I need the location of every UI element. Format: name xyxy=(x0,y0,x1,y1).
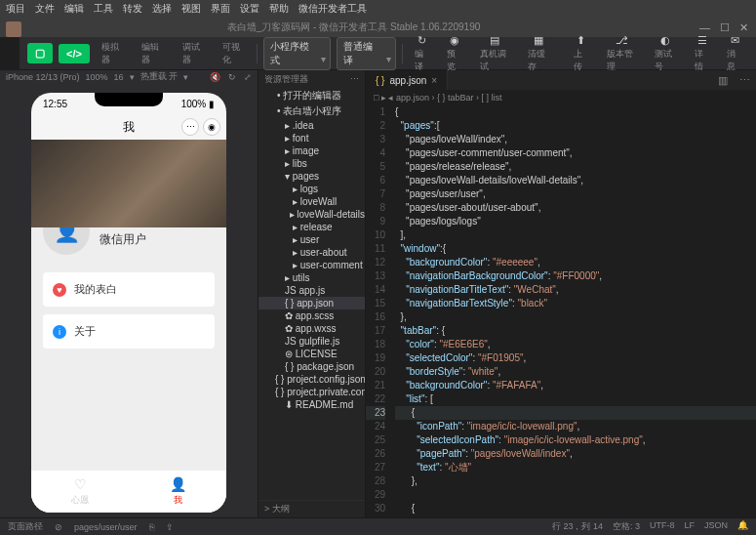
menu-project[interactable]: 项目 xyxy=(6,2,25,16)
folder-user-comment[interactable]: ▸ user-comment xyxy=(259,259,365,271)
sim-mute-icon[interactable]: 🔇 xyxy=(210,72,220,82)
sim-detach-icon[interactable]: ⤢ xyxy=(244,72,252,82)
msg-button[interactable]: ✉消息 xyxy=(721,31,748,76)
visualize-button[interactable]: 可视化 xyxy=(217,38,251,69)
status-prefix: 页面路径 xyxy=(8,520,43,533)
folder-lovewall[interactable]: ▸ loveWall xyxy=(259,195,365,208)
phone-battery: 100% ▮ xyxy=(181,99,215,109)
status-path[interactable]: pages/user/user xyxy=(74,522,138,532)
titlebar: 表白墙_刀客源码网 - 微信开发者工具 Stable 1.06.2209190 … xyxy=(0,18,756,37)
hotreload-toggle[interactable]: 热重载 开 xyxy=(140,70,179,83)
username: 微信用户 xyxy=(99,231,146,248)
menu-help[interactable]: 帮助 xyxy=(269,2,289,16)
folder-image[interactable]: ▸ image xyxy=(259,144,365,157)
my-confession-item[interactable]: ♥我的表白 xyxy=(43,272,215,307)
explorer-more-icon[interactable]: ⋯ xyxy=(350,74,359,84)
status-lang[interactable]: JSON xyxy=(704,520,728,533)
editor-label[interactable]: 编辑器 xyxy=(136,38,170,69)
phone-time: 12:55 xyxy=(43,99,67,109)
simulator-label[interactable]: 模拟器 xyxy=(96,38,130,69)
code-editor[interactable]: 1234567891011121314151617181920212223242… xyxy=(366,105,756,517)
preview-button[interactable]: ◉预览 xyxy=(441,31,468,76)
file-package-json[interactable]: { } package.json xyxy=(259,360,365,373)
split-icon[interactable]: ▥ xyxy=(712,74,734,87)
device-select[interactable]: iPhone 12/13 (Pro) xyxy=(6,72,80,82)
status-share-icon[interactable]: ⇪ xyxy=(166,522,174,532)
mode-select[interactable]: 小程序模式 xyxy=(263,37,331,70)
capsule-menu-icon[interactable]: ⋯ xyxy=(181,118,199,136)
phone-simulator[interactable]: 12:55100% ▮ 我 ⋯◉ 👤 微信用户 ♥我的表白 i关于 xyxy=(31,93,226,513)
explorer-panel: 资源管理器⋯ • 打开的编辑器• 表白墙小程序▸ .idea▸ font▸ im… xyxy=(259,70,366,517)
tab-me[interactable]: 👤我 xyxy=(129,471,226,513)
test-button[interactable]: ◐测试号 xyxy=(649,31,683,76)
window-title: 表白墙_刀客源码网 - 微信开发者工具 Stable 1.06.2209190 xyxy=(8,21,699,34)
folder-libs[interactable]: ▸ libs xyxy=(259,157,365,170)
editor-button[interactable]: </> xyxy=(59,44,90,63)
capsule-close-icon[interactable]: ◉ xyxy=(203,118,220,136)
file-app-json[interactable]: { } app.json xyxy=(259,297,365,309)
folder-pages[interactable]: ▾ pages xyxy=(259,170,365,183)
toolbar: ▢ </> 模拟器 编辑器 调试器 可视化 小程序模式 普通编译 ↻编译 ◉预览… xyxy=(20,37,756,70)
folder-release[interactable]: ▸ release xyxy=(259,221,365,233)
folder-lovewall-details[interactable]: ▸ loveWall-details xyxy=(259,208,365,221)
menu-tools[interactable]: 工具 xyxy=(94,2,113,16)
debugger-button[interactable]: 调试器 xyxy=(177,38,211,69)
editor-more-icon[interactable]: ⋯ xyxy=(734,74,756,87)
file-app-js[interactable]: JS app.js xyxy=(259,284,365,297)
about-item[interactable]: i关于 xyxy=(43,314,215,349)
file-project-private[interactable]: { } project.private.config.js... xyxy=(259,386,365,398)
folder-font[interactable]: ▸ font xyxy=(259,132,365,144)
menu-select[interactable]: 选择 xyxy=(152,2,172,16)
file-project-config[interactable]: { } project.config.json xyxy=(259,373,365,386)
person-icon: 👤 xyxy=(170,476,186,492)
status-position[interactable]: 行 23，列 14 xyxy=(552,520,603,533)
info-icon: i xyxy=(53,325,66,339)
file-gulpfile[interactable]: JS gulpfile.js xyxy=(259,335,365,348)
file-license[interactable]: ⊜ LICENSE xyxy=(259,348,365,360)
realdev-button[interactable]: ▤真机调试 xyxy=(474,31,516,76)
menu-wxdev[interactable]: 微信开发者工具 xyxy=(298,2,367,16)
version-button[interactable]: ⎇版本管理 xyxy=(601,31,643,76)
menubar: 项目 文件 编辑 工具 转发 选择 视图 界面 设置 帮助 微信开发者工具 xyxy=(0,0,756,18)
menu-forward[interactable]: 转发 xyxy=(123,2,142,16)
status-copy-icon[interactable]: ⎘ xyxy=(149,522,154,532)
cover-image xyxy=(31,140,226,227)
status-bell-icon[interactable]: 🔔 xyxy=(737,520,748,533)
project-root[interactable]: • 表白墙小程序 xyxy=(259,103,365,119)
file-app-scss[interactable]: ✿ app.scss xyxy=(259,309,365,322)
folder-utils[interactable]: ▸ utils xyxy=(259,271,365,284)
compile-button[interactable]: ↻编译 xyxy=(409,31,436,76)
status-encoding[interactable]: UTF-8 xyxy=(650,520,675,533)
upload-button[interactable]: ⬆上传 xyxy=(568,31,595,76)
font-select[interactable]: 16 xyxy=(114,72,124,82)
clear-button[interactable]: ▦清缓存 xyxy=(522,31,556,76)
user-avatar-icon[interactable] xyxy=(6,21,21,37)
editor-tab-appjson[interactable]: { }app.json× xyxy=(366,70,448,90)
folder-idea[interactable]: ▸ .idea xyxy=(259,119,365,132)
status-eol[interactable]: LF xyxy=(684,520,695,533)
heart-icon: ♥ xyxy=(53,283,66,297)
editor-panel: { }app.json× ▥ ⋯ □ ▸ ◂ app.json › { } ta… xyxy=(366,70,756,517)
zoom-select[interactable]: 100% xyxy=(86,72,108,82)
menu-file[interactable]: 文件 xyxy=(35,2,55,16)
folder-user[interactable]: ▸ user xyxy=(259,233,365,246)
file-readme[interactable]: ⬇ README.md xyxy=(259,398,365,411)
detail-button[interactable]: ☰详情 xyxy=(689,31,716,76)
folder-logs[interactable]: ▸ logs xyxy=(259,183,365,195)
phone-notch xyxy=(95,93,163,106)
outline-section[interactable]: > 大纲 xyxy=(259,500,365,517)
status-spaces[interactable]: 空格: 3 xyxy=(613,520,640,533)
open-editors[interactable]: • 打开的编辑器 xyxy=(259,88,365,103)
menu-edit[interactable]: 编辑 xyxy=(64,2,84,16)
sim-roll-icon[interactable]: ↻ xyxy=(228,72,236,82)
file-app-wxss[interactable]: ✿ app.wxss xyxy=(259,322,365,335)
folder-user-about[interactable]: ▸ user-about xyxy=(259,246,365,259)
breadcrumb[interactable]: □ ▸ ◂ app.json › { } tabBar › [ ] list xyxy=(366,90,756,105)
menu-ui[interactable]: 界面 xyxy=(211,2,230,16)
simulator-button[interactable]: ▢ xyxy=(27,43,53,63)
menu-settings[interactable]: 设置 xyxy=(240,2,259,16)
tab-close-icon[interactable]: × xyxy=(431,75,437,86)
compile-mode-select[interactable]: 普通编译 xyxy=(337,37,396,70)
tab-wall[interactable]: ♡心愿 xyxy=(31,471,129,513)
menu-view[interactable]: 视图 xyxy=(181,2,201,16)
